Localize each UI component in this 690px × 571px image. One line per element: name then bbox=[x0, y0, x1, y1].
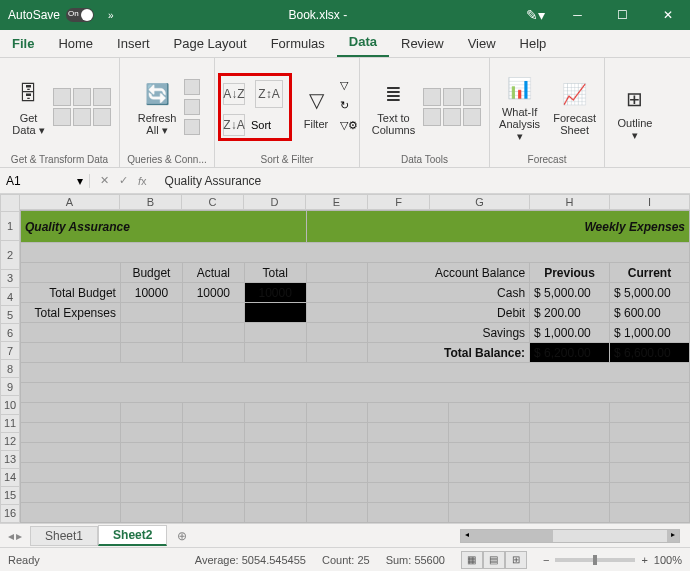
row-header[interactable]: 4 bbox=[0, 288, 20, 306]
col-header[interactable]: G bbox=[430, 194, 530, 210]
cell[interactable] bbox=[306, 443, 368, 463]
cell[interactable] bbox=[610, 463, 690, 483]
row-header[interactable]: 14 bbox=[0, 469, 20, 487]
cell[interactable] bbox=[610, 403, 690, 423]
cell[interactable] bbox=[120, 423, 182, 443]
cell[interactable] bbox=[368, 443, 449, 463]
banner-right[interactable]: Weekly Expenses bbox=[306, 211, 689, 243]
cell[interactable] bbox=[449, 423, 530, 443]
quick-access-more-icon[interactable]: » bbox=[102, 10, 120, 21]
name-box[interactable]: A1▾ bbox=[0, 174, 90, 188]
cell[interactable] bbox=[368, 423, 449, 443]
cell[interactable] bbox=[21, 363, 690, 383]
filter-button[interactable]: ▽ Filter bbox=[296, 82, 336, 132]
scroll-left-icon[interactable]: ◂ bbox=[461, 530, 473, 542]
cell-grid[interactable]: Quality Assurance Weekly Expenses Budget… bbox=[20, 210, 690, 523]
row-header[interactable]: 8 bbox=[0, 360, 20, 378]
cell[interactable] bbox=[306, 483, 368, 503]
scroll-right-icon[interactable]: ▸ bbox=[667, 530, 679, 542]
toggle-switch-icon[interactable] bbox=[66, 8, 94, 22]
cell[interactable]: $ 1,000.00 bbox=[610, 323, 690, 343]
cell[interactable] bbox=[21, 443, 121, 463]
cell[interactable] bbox=[120, 443, 182, 463]
cell[interactable] bbox=[530, 423, 610, 443]
sort-asc-icon[interactable]: A↓Z bbox=[223, 83, 245, 105]
sheet-nav-next-icon[interactable]: ▸ bbox=[16, 529, 22, 543]
banner-left[interactable]: Quality Assurance bbox=[21, 211, 307, 243]
cell[interactable] bbox=[306, 263, 368, 283]
cell[interactable] bbox=[306, 503, 368, 523]
cell[interactable] bbox=[530, 463, 610, 483]
cell[interactable]: 10000 bbox=[244, 283, 306, 303]
cell[interactable] bbox=[244, 403, 306, 423]
cell[interactable]: $ 5,000.00 bbox=[530, 283, 610, 303]
cell[interactable]: $ 1,000.00 bbox=[530, 323, 610, 343]
text-to-columns-button[interactable]: ≣ Text to Columns bbox=[368, 76, 419, 138]
row-header[interactable]: 15 bbox=[0, 487, 20, 505]
cancel-formula-icon[interactable]: ✕ bbox=[100, 174, 109, 187]
cell[interactable] bbox=[244, 503, 306, 523]
cell[interactable] bbox=[120, 303, 182, 323]
cell[interactable]: Cash bbox=[368, 283, 530, 303]
cell[interactable]: Debit bbox=[368, 303, 530, 323]
cell[interactable] bbox=[610, 443, 690, 463]
scroll-thumb[interactable] bbox=[473, 530, 553, 542]
tab-insert[interactable]: Insert bbox=[105, 30, 162, 57]
adv-filter-icons[interactable]: ▽ ↻ ▽⚙ bbox=[340, 79, 356, 135]
cell[interactable] bbox=[610, 483, 690, 503]
draw-mode-icon[interactable]: ✎▾ bbox=[516, 7, 555, 23]
cell[interactable] bbox=[21, 323, 121, 343]
cell[interactable]: Budget bbox=[120, 263, 182, 283]
view-page-break-button[interactable]: ⊞ bbox=[505, 551, 527, 569]
cell[interactable]: Total Expenses bbox=[21, 303, 121, 323]
cell[interactable]: Account Balance bbox=[368, 263, 530, 283]
view-page-layout-button[interactable]: ▤ bbox=[483, 551, 505, 569]
cell[interactable] bbox=[21, 403, 121, 423]
tab-home[interactable]: Home bbox=[46, 30, 105, 57]
cell[interactable] bbox=[244, 303, 306, 323]
tab-file[interactable]: File bbox=[0, 30, 46, 57]
cell[interactable]: Previous bbox=[530, 263, 610, 283]
cell[interactable]: Actual bbox=[182, 263, 244, 283]
outline-button[interactable]: ⊞ Outline ▾ bbox=[614, 81, 657, 144]
cell[interactable]: Savings bbox=[368, 323, 530, 343]
horizontal-scrollbar[interactable]: ◂ ▸ bbox=[460, 529, 680, 543]
cell[interactable] bbox=[182, 483, 244, 503]
cell[interactable] bbox=[21, 483, 121, 503]
sheet-tab-sheet1[interactable]: Sheet1 bbox=[30, 526, 98, 546]
cell[interactable] bbox=[21, 243, 690, 263]
cell[interactable]: 10000 bbox=[182, 283, 244, 303]
cell[interactable] bbox=[368, 463, 449, 483]
cell[interactable] bbox=[306, 303, 368, 323]
cell[interactable] bbox=[182, 303, 244, 323]
cell[interactable] bbox=[21, 503, 121, 523]
col-header[interactable]: F bbox=[368, 194, 430, 210]
cell[interactable] bbox=[306, 283, 368, 303]
cell[interactable] bbox=[21, 463, 121, 483]
cell[interactable] bbox=[244, 343, 306, 363]
row-header[interactable]: 10 bbox=[0, 396, 20, 414]
cell[interactable] bbox=[530, 483, 610, 503]
tab-review[interactable]: Review bbox=[389, 30, 456, 57]
col-header[interactable]: B bbox=[120, 194, 182, 210]
cell[interactable] bbox=[449, 503, 530, 523]
cell[interactable] bbox=[244, 323, 306, 343]
cell[interactable]: $ 600.00 bbox=[610, 303, 690, 323]
data-tools-icons[interactable] bbox=[423, 88, 481, 126]
cell[interactable] bbox=[306, 343, 368, 363]
view-normal-button[interactable]: ▦ bbox=[461, 551, 483, 569]
cell[interactable] bbox=[21, 423, 121, 443]
col-header[interactable]: A bbox=[20, 194, 120, 210]
cell[interactable] bbox=[610, 503, 690, 523]
cell[interactable] bbox=[306, 423, 368, 443]
tab-view[interactable]: View bbox=[456, 30, 508, 57]
tab-data[interactable]: Data bbox=[337, 28, 389, 57]
cell[interactable] bbox=[120, 463, 182, 483]
row-header[interactable]: 12 bbox=[0, 433, 20, 451]
select-all-corner[interactable] bbox=[0, 194, 20, 212]
cell[interactable] bbox=[182, 503, 244, 523]
cell[interactable]: $ 6,200.00 bbox=[530, 343, 610, 363]
tab-help[interactable]: Help bbox=[508, 30, 559, 57]
col-header[interactable]: I bbox=[610, 194, 690, 210]
cell[interactable] bbox=[182, 423, 244, 443]
